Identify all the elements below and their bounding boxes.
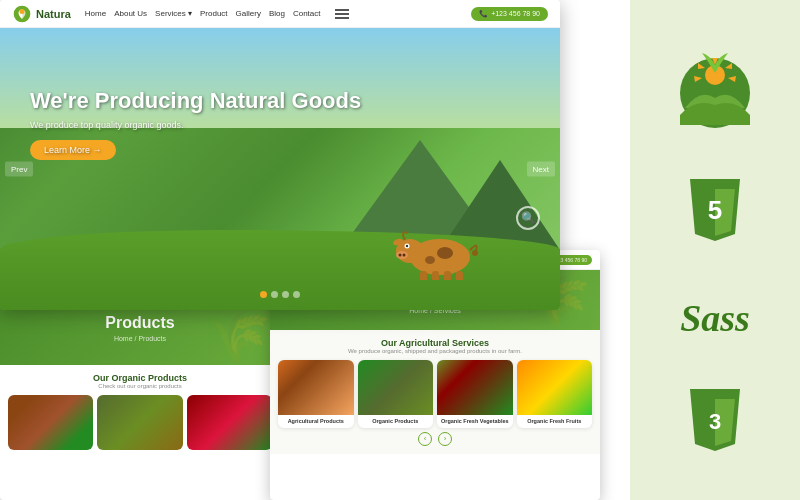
service-cards: Agricultural Products Organic Products O… [278,360,592,428]
service-label-3: Organic Fresh Vegetables [437,415,513,428]
svg-text:5: 5 [708,195,722,225]
product-images [8,395,272,450]
service-image-2 [358,360,434,415]
products-page-title: Products [105,314,174,332]
service-next-button[interactable]: › [438,432,452,446]
hero-nav-arrows: Prev Next [0,162,560,177]
svg-point-4 [425,256,435,264]
svg-text:3: 3 [709,409,721,434]
hero-nav-links: Home About Us Services ▾ Product Gallery… [85,9,321,18]
organic-title: Our Organic Products [8,373,272,383]
dot-1[interactable] [260,291,267,298]
service-label-1: Agricultural Products [278,415,354,428]
learn-more-button[interactable]: Learn More → [30,140,116,160]
service-prev-button[interactable]: ‹ [418,432,432,446]
wheat-decoration-icon: 🌾 [208,307,270,365]
svg-point-8 [403,254,406,257]
left-panel: Natura Home About Us Services ▾ Product … [0,0,630,500]
hero-dots [260,291,300,298]
hero-subtitle: We produce top quality organic goods. [30,120,361,130]
service-card-1: Agricultural Products [278,360,354,428]
product-image-3 [187,395,272,450]
svg-rect-14 [444,271,451,280]
dot-3[interactable] [282,291,289,298]
next-arrow-button[interactable]: Next [527,162,555,177]
svg-rect-15 [456,271,463,280]
css3-badge-icon: 3 [685,389,745,457]
search-icon[interactable]: 🔍 [516,206,540,230]
html5-badge-icon: 5 [685,179,745,247]
phone-button[interactable]: 📞 +123 456 78 90 [471,7,548,21]
hamburger-icon[interactable] [335,9,349,19]
service-image-4 [517,360,593,415]
agri-title: Our Agricultural Services [278,338,592,348]
hero-browser: Natura Home About Us Services ▾ Product … [0,0,560,310]
hero-text-block: We're Producing Natural Goods We produce… [30,88,361,160]
dot-4[interactable] [293,291,300,298]
hero-navbar: Natura Home About Us Services ▾ Product … [0,0,560,28]
agri-section: Our Agricultural Services We produce org… [270,330,600,454]
service-image-1 [278,360,354,415]
hero-logo: Natura [12,4,71,24]
organic-section: Our Organic Products Check out our organ… [0,365,280,458]
svg-point-7 [399,254,402,257]
svg-rect-13 [432,271,439,280]
natura-logo-icon [670,43,760,133]
svg-point-6 [396,251,408,259]
service-label-4: Organic Fresh Fruits [517,415,593,428]
service-card-2: Organic Products [358,360,434,428]
dot-2[interactable] [271,291,278,298]
svg-rect-12 [420,271,427,280]
service-label-2: Organic Products [358,415,434,428]
prev-arrow-button[interactable]: Prev [5,162,33,177]
sass-logo-icon: Sass [675,293,755,343]
svg-point-16 [472,250,478,256]
service-card-4: Organic Fresh Fruits [517,360,593,428]
organic-subtitle: Check out our organic products [8,383,272,389]
svg-point-10 [406,245,408,247]
agri-subtitle: We produce organic, shipped and packaged… [278,348,592,354]
svg-point-3 [437,247,453,259]
hero-cow-image [390,215,480,280]
service-image-3 [437,360,513,415]
product-image-1 [8,395,93,450]
hero-image: 🔍 We're Producing Natural Goods We produ… [0,28,560,310]
service-arrows: ‹ › [278,432,592,446]
service-card-3: Organic Fresh Vegetables [437,360,513,428]
products-breadcrumb: Home / Products [114,335,166,342]
hero-title: We're Producing Natural Goods [30,88,361,114]
right-panel: 5 Sass 3 [630,0,800,500]
product-image-2 [97,395,182,450]
svg-point-1 [20,9,25,14]
